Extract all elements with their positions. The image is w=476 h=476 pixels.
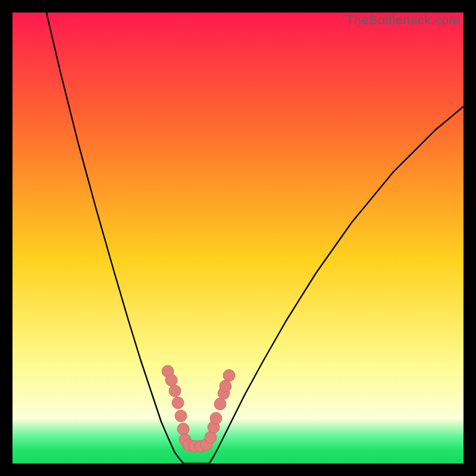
chart-curves (12, 12, 464, 464)
data-marker (177, 423, 189, 435)
data-marker (175, 410, 187, 422)
data-marker (223, 369, 235, 381)
data-marker (172, 397, 184, 409)
data-marker (214, 398, 226, 410)
watermark-text: TheBottleneck.com (346, 12, 460, 28)
outer-black-frame: TheBottleneck.com (0, 0, 476, 476)
data-marker (165, 374, 177, 386)
data-marker (210, 412, 222, 424)
data-marker (220, 380, 231, 392)
data-marker (169, 385, 181, 397)
plot-area: TheBottleneck.com (12, 12, 464, 464)
bottleneck-curve (46, 12, 464, 464)
